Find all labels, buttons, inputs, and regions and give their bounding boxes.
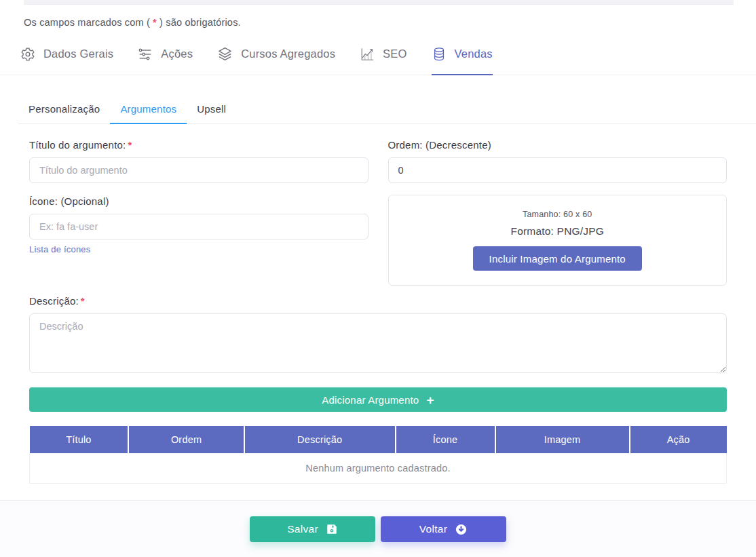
tab-acoes[interactable]: Ações <box>138 46 193 75</box>
voltar-label: Voltar <box>419 523 447 535</box>
tab-seo[interactable]: SEO <box>360 46 407 75</box>
tab-dados-gerais[interactable]: Dados Gerais <box>20 46 113 75</box>
col-header-ordem: Ordem <box>128 426 244 453</box>
imagem-size-hint: Tamanho: 60 x 60 <box>523 210 592 219</box>
descricao-label: Descrição:* <box>29 295 727 307</box>
main-tab-bar: Dados Gerais Ações <box>0 46 756 75</box>
gear-icon <box>20 47 35 62</box>
descricao-textarea[interactable] <box>29 313 727 373</box>
icone-input[interactable] <box>29 214 368 239</box>
required-asterisk: * <box>81 295 85 307</box>
argumentos-table: Título Ordem Descrição Ícone Imagem Ação… <box>29 426 727 484</box>
col-header-descricao: Descrição <box>244 426 396 453</box>
salvar-label: Salvar <box>287 523 318 535</box>
col-header-acao: Ação <box>630 426 727 453</box>
salvar-button[interactable]: Salvar <box>250 516 375 542</box>
subtab-upsell[interactable]: Upsell <box>187 103 236 123</box>
tab-cursos-agregados[interactable]: Cursos Agregados <box>217 46 335 75</box>
subtab-personalizacao[interactable]: Personalização <box>18 103 110 123</box>
empty-table-message: Nenhum argumento cadastrado. <box>30 453 727 484</box>
notice-suffix: ) são obrigatórios. <box>159 17 241 28</box>
tab-label: Dados Gerais <box>43 47 113 60</box>
notice-prefix: Os campos marcados com ( <box>24 17 150 28</box>
sliders-icon <box>138 47 153 62</box>
layers-icon <box>217 46 233 62</box>
ordem-input[interactable] <box>388 157 727 183</box>
incluir-imagem-button[interactable]: Incluir Imagem do Argumento <box>473 246 642 271</box>
col-header-imagem: Imagem <box>495 426 630 453</box>
argument-form: Título do argumento:* Ícone: (Opcional) … <box>29 139 727 286</box>
adicionar-argumento-button[interactable]: Adicionar Argumento + <box>29 387 727 412</box>
form-card: Os campos marcados com (*) são obrigatór… <box>0 5 756 500</box>
tab-label: Cursos Agregados <box>241 47 335 60</box>
tab-vendas[interactable]: Vendas <box>432 46 493 75</box>
adicionar-argumento-label: Adicionar Argumento <box>322 394 419 406</box>
top-shadow-strip <box>24 0 734 5</box>
icone-label: Ícone: (Opcional) <box>29 195 368 207</box>
required-asterisk: * <box>153 17 157 28</box>
required-asterisk: * <box>128 139 132 151</box>
voltar-button[interactable]: Voltar <box>381 516 506 542</box>
imagem-upload-box: Tamanho: 60 x 60 Formato: PNG/JPG Inclui… <box>388 195 727 286</box>
footer-action-bar: Salvar Voltar <box>0 500 756 557</box>
ordem-label: Ordem: (Decrescente) <box>388 139 727 151</box>
plus-icon: + <box>426 393 434 406</box>
lista-de-icones-link[interactable]: Lista de ícones <box>29 244 90 254</box>
arrow-down-circle-icon <box>455 523 468 536</box>
col-header-titulo: Título <box>30 426 129 453</box>
floppy-disk-icon <box>326 523 338 535</box>
required-fields-notice: Os campos marcados com (*) são obrigatór… <box>0 5 756 28</box>
titulo-label: Título do argumento:* <box>29 139 368 151</box>
descricao-field-group: Descrição:* <box>29 295 727 376</box>
tab-label: Ações <box>161 47 193 60</box>
sub-tab-bar: Personalização Argumentos Upsell <box>18 103 756 124</box>
table-header-row: Título Ordem Descrição Ícone Imagem Ação <box>30 426 727 453</box>
imagem-format-hint: Formato: PNG/JPG <box>510 225 604 237</box>
titulo-input[interactable] <box>29 157 368 183</box>
page: Os campos marcados com (*) são obrigatór… <box>0 0 756 557</box>
tab-label: Vendas <box>455 47 493 60</box>
line-chart-icon <box>360 47 375 62</box>
ordem-imagem-group: Ordem: (Decrescente) Tamanho: 60 x 60 Fo… <box>388 139 727 286</box>
col-header-icone: Ícone <box>396 426 495 453</box>
titulo-field-group: Título do argumento:* Ícone: (Opcional) … <box>29 139 368 255</box>
tab-label: SEO <box>383 47 407 60</box>
table-empty-row: Nenhum argumento cadastrado. <box>30 453 727 484</box>
coins-icon <box>432 47 447 62</box>
subtab-argumentos[interactable]: Argumentos <box>110 103 187 123</box>
